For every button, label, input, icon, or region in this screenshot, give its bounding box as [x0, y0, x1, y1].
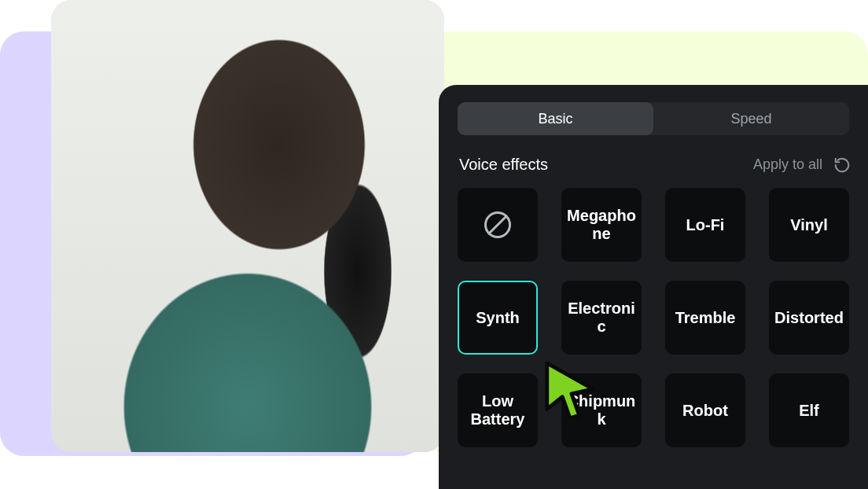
effect-none[interactable]: [458, 188, 538, 262]
effect-electronic[interactable]: Electronic: [561, 281, 642, 355]
effect-megaphone[interactable]: Megaphone: [561, 188, 642, 262]
section-header: Voice effects Apply to all: [459, 156, 851, 174]
effect-lofi[interactable]: Lo-Fi: [665, 188, 745, 262]
effect-robot[interactable]: Robot: [665, 373, 745, 447]
effect-distorted[interactable]: Distorted: [769, 281, 849, 355]
effect-vinyl[interactable]: Vinyl: [769, 188, 849, 262]
tab-basic[interactable]: Basic: [458, 102, 653, 135]
apply-to-all-link[interactable]: Apply to all: [753, 156, 822, 173]
effect-lowbattery[interactable]: Low Battery: [458, 373, 538, 447]
none-icon: [484, 211, 511, 238]
effect-synth[interactable]: Synth: [458, 281, 538, 355]
tab-speed[interactable]: Speed: [653, 102, 849, 135]
effect-elf[interactable]: Elf: [769, 373, 849, 447]
effect-chipmunk[interactable]: Chipmunk: [561, 373, 642, 447]
effect-tremble[interactable]: Tremble: [665, 281, 745, 355]
effects-grid: Megaphone Lo-Fi Vinyl Synth Electronic T…: [458, 188, 849, 447]
voice-effects-panel: Basic Speed Voice effects Apply to all M…: [439, 85, 868, 489]
tab-bar: Basic Speed: [458, 102, 849, 135]
section-title: Voice effects: [459, 156, 548, 174]
podcast-photo: [51, 0, 444, 452]
reset-icon[interactable]: [833, 156, 851, 174]
